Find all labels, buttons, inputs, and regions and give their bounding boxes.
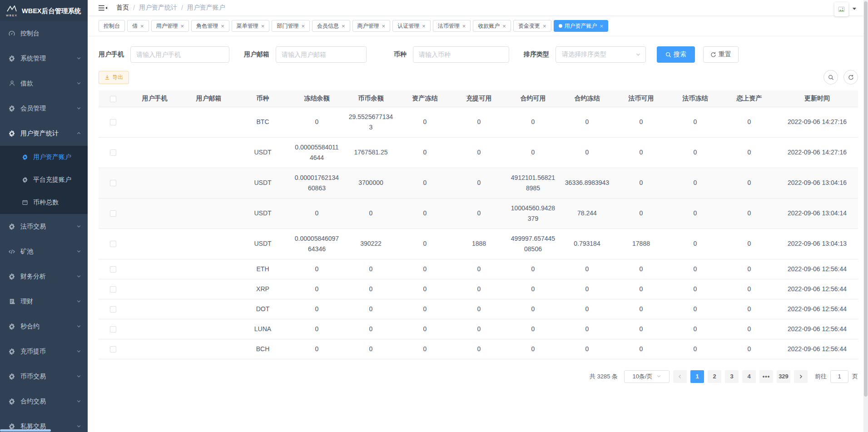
sidebar-item[interactable]: 会员管理: [0, 96, 88, 121]
tab-item[interactable]: 部门管理×: [272, 20, 310, 32]
sidebar-subitem[interactable]: 平台充提账户: [0, 169, 88, 191]
tab-item[interactable]: 角色管理×: [191, 20, 229, 32]
column-header: 法币可用: [614, 90, 668, 107]
sidebar-item[interactable]: 用户资产统计: [0, 121, 88, 146]
page-size-select[interactable]: 10条/页: [624, 370, 670, 383]
page-button[interactable]: 3: [725, 370, 739, 383]
goto-page-input[interactable]: [830, 370, 848, 383]
row-checkbox[interactable]: [110, 266, 116, 273]
scrollbar-thumb[interactable]: [864, 1, 868, 397]
search-button[interactable]: 搜索: [657, 46, 695, 63]
table-cell: 0: [614, 137, 668, 168]
sidebar-item[interactable]: 合约交易: [0, 389, 88, 414]
sidebar-item[interactable]: 秒合约: [0, 314, 88, 339]
tab-close-icon[interactable]: ×: [600, 23, 604, 29]
sidebar-subitem[interactable]: 币种总数: [0, 191, 88, 214]
tab-close-icon[interactable]: ×: [181, 23, 184, 29]
refresh-icon: [710, 52, 716, 58]
table-cell: [182, 279, 236, 299]
tab-close-icon[interactable]: ×: [342, 23, 345, 29]
table-refresh-button[interactable]: [843, 70, 858, 84]
prev-page-button[interactable]: [673, 370, 687, 383]
tab-close-icon[interactable]: ×: [543, 23, 546, 29]
page-button[interactable]: 4: [742, 370, 756, 383]
sort-select[interactable]: 请选择排序类型: [556, 46, 646, 63]
reset-button[interactable]: 重置: [703, 46, 739, 63]
page-scrollbar[interactable]: [863, 0, 868, 432]
sidebar-scrollbar[interactable]: [0, 429, 51, 432]
tab-close-icon[interactable]: ×: [140, 23, 144, 29]
chevron-down-icon[interactable]: [853, 8, 856, 12]
row-checkbox[interactable]: [110, 326, 116, 333]
table-cell: [182, 319, 236, 339]
table-cell: 1767581.25: [344, 137, 398, 168]
reset-button-label: 重置: [719, 50, 731, 59]
sidebar-item[interactable]: 控制台: [0, 21, 88, 46]
refresh-icon: [848, 74, 854, 80]
row-select-cell: [99, 198, 128, 228]
row-checkbox[interactable]: [110, 149, 116, 156]
table-cell: 0: [290, 279, 344, 299]
tab-close-icon[interactable]: ×: [502, 23, 506, 29]
tab-active[interactable]: 用户资产账户×: [554, 20, 609, 32]
page-ellipsis[interactable]: •••: [759, 370, 773, 383]
breadcrumb-item[interactable]: 首页: [116, 4, 129, 12]
email-input[interactable]: [276, 46, 367, 63]
row-checkbox[interactable]: [110, 119, 116, 125]
tab-close-icon[interactable]: ×: [422, 23, 426, 29]
sidebar-item[interactable]: 币币交易: [0, 364, 88, 389]
tab-close-icon[interactable]: ×: [221, 23, 224, 29]
download-icon: [104, 74, 110, 80]
table-cell: 0: [668, 299, 722, 319]
table-cell: 0: [614, 107, 668, 137]
sidebar-item[interactable]: 财务分析: [0, 264, 88, 289]
export-button[interactable]: 导出: [99, 71, 129, 84]
table-cell: 2022-09-06 12:56:44: [776, 259, 858, 279]
row-checkbox[interactable]: [110, 241, 116, 247]
row-checkbox[interactable]: [110, 286, 116, 293]
tab-item[interactable]: 用户管理×: [151, 20, 189, 32]
tab-item[interactable]: 会员信息×: [312, 20, 350, 32]
sidebar-item[interactable]: 借款: [0, 71, 88, 96]
table-cell: 2022-09-06 12:56:44: [776, 279, 858, 299]
chevron-down-icon: [76, 56, 81, 61]
tab-close-icon[interactable]: ×: [382, 23, 386, 29]
tab-item[interactable]: 法币管理×: [433, 20, 471, 32]
phone-input[interactable]: [130, 46, 229, 63]
row-checkbox[interactable]: [110, 346, 116, 353]
row-checkbox[interactable]: [110, 210, 116, 217]
sidebar-item[interactable]: 矿池: [0, 239, 88, 264]
tab-item[interactable]: 控制台: [99, 20, 125, 32]
table-cell: 2022-09-06 13:04:13: [776, 228, 858, 259]
tab-close-icon[interactable]: ×: [261, 23, 265, 29]
tab-item[interactable]: 收款账户×: [473, 20, 511, 32]
sidebar-item[interactable]: 理财: [0, 289, 88, 314]
sidebar-item[interactable]: 充币提币: [0, 339, 88, 364]
tab-item[interactable]: 商户管理×: [352, 20, 391, 32]
page-button[interactable]: 2: [708, 370, 721, 383]
tab-item[interactable]: 认证管理×: [392, 20, 431, 32]
tab-close-icon[interactable]: ×: [301, 23, 305, 29]
menu-fold-icon[interactable]: [99, 5, 107, 11]
table-cell: 0: [560, 339, 614, 359]
tab-label: 菜单管理: [237, 22, 258, 30]
coin-input[interactable]: [413, 46, 509, 63]
tab-close-icon[interactable]: ×: [462, 23, 466, 29]
tab-item[interactable]: 借×: [127, 20, 149, 32]
select-all-checkbox[interactable]: [110, 96, 116, 102]
row-checkbox[interactable]: [110, 306, 116, 313]
page-button[interactable]: 329: [777, 370, 790, 383]
row-checkbox[interactable]: [110, 180, 116, 186]
table-row: USDT0.000058460976434639022201888499997.…: [99, 228, 858, 259]
sidebar-item[interactable]: 系统管理: [0, 46, 88, 71]
tab-item[interactable]: 资金变更×: [513, 20, 551, 32]
sidebar-subitem[interactable]: 用户资产账户: [0, 146, 88, 169]
table-search-button[interactable]: [823, 70, 838, 84]
page-button[interactable]: 1: [690, 370, 704, 383]
tab-item[interactable]: 菜单管理×: [232, 20, 270, 32]
tab-bar: 控制台借×用户管理×角色管理×菜单管理×部门管理×会员信息×商户管理×认证管理×…: [88, 15, 868, 36]
avatar[interactable]: [834, 2, 848, 16]
next-page-button[interactable]: [794, 370, 808, 383]
sidebar-item[interactable]: 法币交易: [0, 214, 88, 239]
row-select-cell: [99, 299, 128, 319]
